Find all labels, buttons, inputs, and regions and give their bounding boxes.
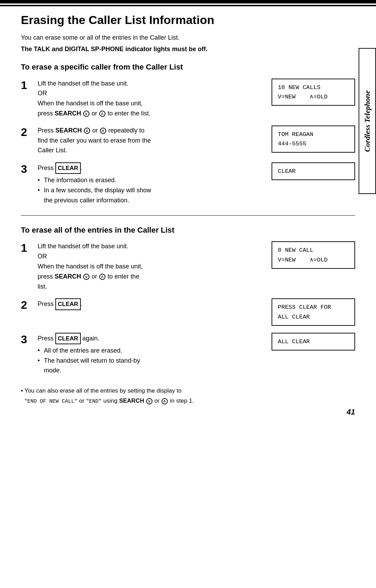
lcd-display-6: ALL CLEAR <box>272 333 355 351</box>
search-down-icon4: ∨ <box>146 398 152 404</box>
footer-mono2: "END" <box>86 398 102 404</box>
search-down-icon: ∨ <box>83 111 89 117</box>
section-divider <box>21 215 355 216</box>
s2-step2-text: Press CLEAR. <box>38 298 265 310</box>
step3-number: 3 <box>21 162 34 176</box>
footer-line1: • You can also erase all of the entries … <box>21 386 355 396</box>
search-down-icon3: ∨ <box>83 274 89 280</box>
bullet-item: The information is erased. <box>38 175 265 185</box>
section2-step3: 3 Press CLEAR again. All of the entries … <box>21 333 355 376</box>
step2-text: Press SEARCH ∨ or ∧ repeatedly to find t… <box>38 126 265 155</box>
search-up-icon2: ∧ <box>100 128 106 134</box>
search-up-icon: ∧ <box>99 111 105 117</box>
top-bar <box>0 0 376 3</box>
s2-step1-number: 1 <box>21 241 34 255</box>
s2-step3-display: ALL CLEAR <box>272 333 355 376</box>
footer-note: • You can also erase all of the entries … <box>21 386 355 406</box>
s2-step2-left: 2 Press CLEAR. <box>21 298 265 325</box>
section1-step2: 2 Press SEARCH ∨ or ∧ repeatedly to find… <box>21 126 355 155</box>
step1-left: 1 Lift the handset off the base unit. OR… <box>21 79 265 119</box>
lcd-display-2: TOM REAGAN444-5555 <box>272 126 355 153</box>
step1-text: Lift the handset off the base unit. OR W… <box>38 79 265 119</box>
s2-step3-number: 3 <box>21 333 34 346</box>
section2-step1: 1 Lift the handset off the base unit. OR… <box>21 241 355 291</box>
intro-bold: The TALK and DIGITAL SP-PHONE indicator … <box>21 45 355 54</box>
lcd-display-4: 0 NEW CALLV=NEW ∧=OLD <box>272 241 355 268</box>
s2-step1-display: 0 NEW CALLV=NEW ∧=OLD <box>272 241 355 291</box>
thin-bar <box>0 5 376 6</box>
section1-step3: 3 Press CLEAR. The information is erased… <box>21 162 355 206</box>
bullet-item: The handset will return to stand-bymode. <box>38 356 265 376</box>
page-number: 41 <box>347 408 355 417</box>
s2-step3-left: 3 Press CLEAR again. All of the entries … <box>21 333 265 376</box>
page-container: Cordless Telephone Erasing the Caller Li… <box>0 0 376 588</box>
page-title: Erasing the Caller List Information <box>21 13 355 27</box>
section1-step1: 1 Lift the handset off the base unit. OR… <box>21 79 355 119</box>
clear-key-3: CLEAR <box>55 333 81 344</box>
section2-heading: To erase all of the entries in the Calle… <box>21 225 355 235</box>
lcd-display-5: PRESS CLEAR FORALL CLEAR <box>272 298 355 325</box>
clear-key-2: CLEAR <box>55 298 81 310</box>
step2-display: TOM REAGAN444-5555 <box>272 126 355 155</box>
lcd-display-3: CLEAR <box>272 162 355 180</box>
main-content: Cordless Telephone Erasing the Caller Li… <box>0 13 376 427</box>
s2-step2-number: 2 <box>21 298 34 312</box>
step3-bullets: The information is erased. In a few seco… <box>38 175 265 205</box>
s2-step3-text: Press CLEAR again. All of the entries ar… <box>38 333 265 376</box>
step3-text: Press CLEAR. The information is erased. … <box>38 162 265 206</box>
footer-mono: "END OF NEW CALL" <box>24 398 77 404</box>
search-up-icon3: ∧ <box>99 274 105 280</box>
search-up-icon4: ∧ <box>162 398 168 404</box>
footer-line2: "END OF NEW CALL" or "END" using SEARCH … <box>21 396 355 406</box>
section2-step2: 2 Press CLEAR. PRESS CLEAR FORALL CLEAR <box>21 298 355 325</box>
clear-key-1: CLEAR <box>55 162 81 174</box>
search-down-icon2: ∨ <box>84 128 90 134</box>
step3-display: CLEAR <box>272 162 355 206</box>
bullet-item: In a few seconds, the display will showt… <box>38 185 265 206</box>
step1-number: 1 <box>21 79 34 92</box>
s2-step2-display: PRESS CLEAR FORALL CLEAR <box>272 298 355 325</box>
lcd-display-1: 10 NEW CALLSV=NEW ∧=OLD <box>272 79 355 106</box>
intro-normal: You can erase some or all of the entries… <box>21 33 355 42</box>
s2-step3-bullets: All of the entries are erased. The hands… <box>38 346 265 376</box>
step3-left: 3 Press CLEAR. The information is erased… <box>21 162 265 206</box>
step2-left: 2 Press SEARCH ∨ or ∧ repeatedly to find… <box>21 126 265 155</box>
step1-display: 10 NEW CALLSV=NEW ∧=OLD <box>272 79 355 119</box>
section1-heading: To erase a specific caller from the Call… <box>21 62 355 72</box>
s2-step1-text: Lift the handset off the base unit. OR W… <box>38 241 265 291</box>
s2-step1-left: 1 Lift the handset off the base unit. OR… <box>21 241 265 291</box>
bullet-item: All of the entries are erased. <box>38 346 265 356</box>
step2-number: 2 <box>21 126 34 139</box>
sidebar-label: Cordless Telephone <box>359 48 376 194</box>
